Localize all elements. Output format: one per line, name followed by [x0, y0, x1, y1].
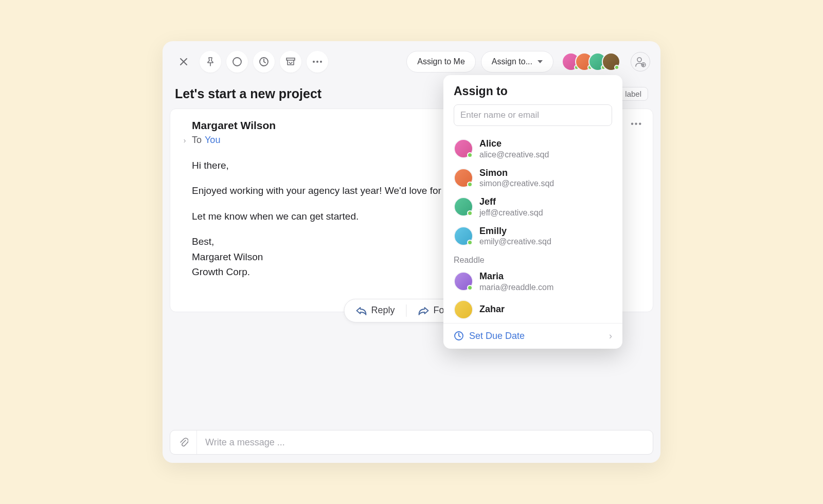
assign-person-item[interactable]: Zahar [443, 296, 622, 323]
avatar [454, 197, 473, 217]
assign-to-me-label: Assign to Me [417, 57, 464, 66]
email-subject: Let's start a new project [175, 86, 321, 101]
svg-point-4 [316, 61, 318, 63]
avatar [454, 226, 473, 246]
circle-icon[interactable] [226, 51, 248, 73]
person-name: Emilly [479, 225, 551, 237]
person-name: Simon [479, 167, 554, 179]
svg-point-3 [313, 61, 315, 63]
sender-name: Margaret Wilson [192, 119, 276, 132]
assign-search-input[interactable] [454, 104, 612, 126]
person-name: Alice [479, 138, 549, 150]
assign-to-button[interactable]: Assign to... [481, 51, 553, 73]
person-email: simon@creative.sqd [479, 178, 554, 189]
person-name: Zahar [479, 303, 505, 315]
set-due-date-label: Set Due Date [469, 331, 525, 341]
assign-to-label: Assign to... [492, 57, 532, 66]
avatar [454, 139, 473, 158]
attach-icon[interactable] [170, 430, 197, 454]
person-name: Jeff [479, 196, 543, 208]
archive-icon[interactable] [280, 51, 301, 73]
assign-person-item[interactable]: Alicealice@creative.sqd [443, 134, 622, 164]
reply-label: Reply [371, 305, 395, 316]
expand-recipients-icon[interactable]: › [181, 136, 189, 145]
person-email: jeff@creative.sqd [479, 208, 543, 218]
assign-people-list: Alicealice@creative.sqdSimonsimon@creati… [443, 131, 622, 323]
avatar [454, 168, 473, 188]
assign-to-me-button[interactable]: Assign to Me [406, 51, 475, 73]
svg-point-0 [233, 58, 241, 66]
pin-icon[interactable] [200, 51, 221, 73]
popup-title: Assign to [454, 84, 612, 98]
composer-input[interactable] [197, 437, 653, 448]
toolbar: Assign to Me Assign to... [163, 41, 660, 75]
reply-button[interactable]: Reply [344, 299, 406, 322]
snooze-clock-icon[interactable] [253, 51, 275, 73]
message-more-icon[interactable]: ••• [631, 119, 642, 129]
chevron-down-icon [538, 60, 543, 63]
person-email: maria@readdle.com [479, 282, 553, 293]
assign-to-popup: Assign to Alicealice@creative.sqdSimonsi… [443, 75, 622, 349]
set-due-date-button[interactable]: Set Due Date › [443, 323, 622, 349]
add-assignee-button[interactable] [631, 52, 650, 71]
person-email: alice@creative.sqd [479, 150, 549, 160]
svg-point-5 [320, 61, 322, 63]
email-window: Assign to Me Assign to... Let's start a … [163, 41, 660, 463]
assign-person-item[interactable]: Mariamaria@readdle.com [443, 267, 622, 296]
to-label: To [192, 135, 202, 146]
person-email: emily@creative.sqd [479, 237, 551, 247]
composer [170, 430, 653, 455]
reply-icon [355, 306, 367, 315]
clock-icon [454, 331, 464, 341]
assign-person-item[interactable]: Jeffjeff@creative.sqd [443, 192, 622, 222]
chevron-right-icon: › [609, 331, 612, 341]
label-chip[interactable]: label [618, 87, 648, 101]
assign-person-item[interactable]: Simonsimon@creative.sqd [443, 164, 622, 193]
avatar[interactable] [602, 52, 620, 71]
popup-section-header: Readdle [443, 250, 622, 267]
person-name: Maria [479, 271, 553, 282]
svg-point-6 [637, 58, 641, 62]
close-icon[interactable] [173, 51, 194, 73]
more-icon[interactable] [307, 51, 328, 73]
assign-person-item[interactable]: Emillyemily@creative.sqd [443, 222, 622, 251]
forward-icon [418, 306, 430, 315]
avatar [454, 272, 473, 291]
assignee-avatars [562, 52, 620, 71]
recipient-link[interactable]: You [205, 135, 220, 146]
avatar [454, 300, 473, 319]
